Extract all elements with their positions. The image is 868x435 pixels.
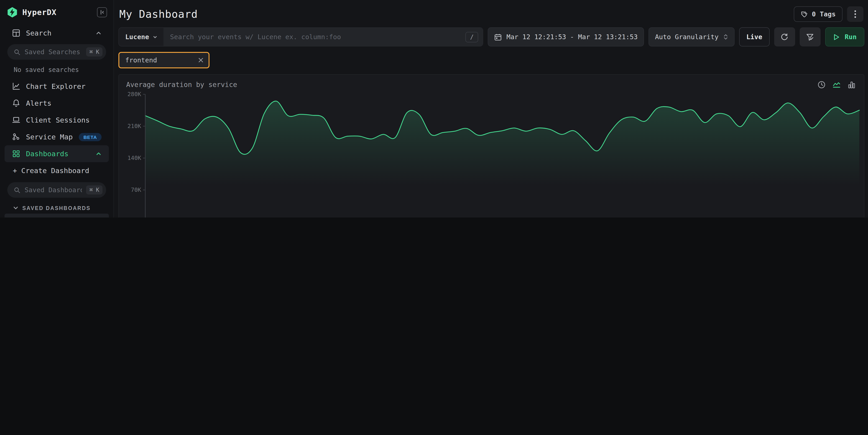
logo-text: HyperDX xyxy=(22,8,57,17)
chevron-up-icon xyxy=(96,30,101,36)
create-dashboard-button[interactable]: + Create Dashboard xyxy=(5,162,109,180)
sidebar-item-search[interactable]: Search xyxy=(5,25,109,41)
refresh-icon xyxy=(780,33,789,41)
line-chart[interactable]: 070K140K210K280KMar 12 12:21:00 PM12:29:… xyxy=(119,91,864,218)
hyperdx-logo[interactable]: HyperDX xyxy=(6,6,57,18)
svg-text:280K: 280K xyxy=(127,91,141,97)
filter-chip-label: frontend xyxy=(125,57,157,64)
line-chart-icon[interactable] xyxy=(833,81,841,89)
sidebar-collapse-icon[interactable] xyxy=(97,7,107,17)
query-language-label: Lucene xyxy=(125,33,149,40)
search-icon xyxy=(14,187,21,193)
svg-text:140K: 140K xyxy=(127,155,141,161)
sidebar-item-label: Service Map xyxy=(26,133,73,141)
command-k-hint: ⌘ K xyxy=(86,48,102,57)
filter-chip-frontend[interactable]: frontend xyxy=(118,52,210,68)
chevron-up-icon xyxy=(96,151,101,157)
app-root: HyperDX Search Saved Searches ⌘ K No sav… xyxy=(0,0,868,218)
play-icon xyxy=(833,33,840,40)
saved-dashboards-input[interactable]: Saved Dashboards ⌘ K xyxy=(7,182,106,198)
panel-header: Average duration by service xyxy=(119,75,864,91)
refresh-button[interactable] xyxy=(774,27,795,46)
saved-dashboards-placeholder: Saved Dashboards xyxy=(25,186,82,194)
no-saved-searches-note: No saved searches xyxy=(5,62,109,78)
clock-icon[interactable] xyxy=(817,81,826,89)
close-icon[interactable] xyxy=(198,57,204,63)
search-icon xyxy=(14,49,21,55)
event-search-placeholder: Search your events w/ Lucene ex. column:… xyxy=(170,33,466,40)
section-saved-dashboards[interactable]: SAVED DASHBOARDS xyxy=(5,200,109,214)
granularity-value: Auto Granularity xyxy=(655,33,718,40)
sidebar-item-label: Alerts xyxy=(26,99,101,107)
calendar-icon xyxy=(494,33,502,41)
tags-button-label: 0 Tags xyxy=(812,10,836,18)
tags-button[interactable]: 0 Tags xyxy=(794,6,842,22)
page-title: My Dashboard xyxy=(119,8,198,20)
command-k-hint: ⌘ K xyxy=(86,185,102,194)
sidebar-item-client-sessions[interactable]: Client Sessions xyxy=(5,112,109,128)
sidebar-nav: Search Saved Searches ⌘ K No saved searc… xyxy=(0,23,114,218)
run-button-label: Run xyxy=(845,33,857,40)
active-filters-row: frontend xyxy=(118,52,864,68)
sidebar-item-chart-explorer[interactable]: Chart Explorer xyxy=(5,78,109,95)
chevron-down-icon xyxy=(13,205,19,211)
sidebar-item-alerts[interactable]: Alerts xyxy=(5,95,109,112)
logo-row: HyperDX xyxy=(0,0,114,23)
run-button[interactable]: Run xyxy=(825,27,864,46)
beta-badge: BETA xyxy=(79,133,101,141)
panel-title[interactable]: Average duration by service xyxy=(126,81,237,89)
search-section-icon xyxy=(12,29,21,37)
page-header: My Dashboard 0 Tags xyxy=(118,0,864,26)
date-range-value: Mar 12 12:21:53 - Mar 12 13:21:53 xyxy=(506,33,638,40)
select-chevrons-icon xyxy=(723,33,728,40)
laptop-icon xyxy=(12,116,21,124)
filter-funnel-icon xyxy=(806,33,814,41)
slash-shortcut-hint: / xyxy=(466,32,478,42)
live-button-label: Live xyxy=(746,33,762,40)
sidebar-item-label: Search xyxy=(26,29,90,37)
sidebar-item-dashboards[interactable]: Dashboards xyxy=(5,145,109,162)
hyperdx-logo-icon xyxy=(6,6,18,18)
service-map-icon xyxy=(12,132,21,141)
svg-text:70K: 70K xyxy=(131,187,141,193)
filter-bar: Lucene Search your events w/ Lucene ex. … xyxy=(118,27,864,46)
sidebar: HyperDX Search Saved Searches ⌘ K No sav… xyxy=(0,0,114,218)
saved-searches-input[interactable]: Saved Searches ⌘ K xyxy=(7,44,106,60)
bar-chart-icon[interactable] xyxy=(847,81,856,89)
event-search-input[interactable]: Search your events w/ Lucene ex. column:… xyxy=(164,28,483,46)
chart-panel-avg-duration: Average duration by service 070K140K210K… xyxy=(118,74,864,218)
query-bar: Lucene Search your events w/ Lucene ex. … xyxy=(118,27,483,46)
sidebar-item-label: Chart Explorer xyxy=(26,82,101,90)
sidebar-item-my-dashboard[interactable]: My Dashboard xyxy=(5,214,109,218)
section-label: SAVED DASHBOARDS xyxy=(22,205,91,211)
date-range-picker[interactable]: Mar 12 12:21:53 - Mar 12 13:21:53 xyxy=(488,27,644,46)
tag-icon xyxy=(800,10,808,18)
kebab-menu-button[interactable] xyxy=(847,6,863,22)
live-button[interactable]: Live xyxy=(739,27,770,46)
main-content: My Dashboard 0 Tags Lucene Search your e… xyxy=(114,0,868,218)
filter-button[interactable] xyxy=(800,27,820,46)
bell-icon xyxy=(12,99,21,107)
chevron-down-icon xyxy=(152,34,158,40)
svg-text:210K: 210K xyxy=(127,123,141,129)
sidebar-item-label: Dashboards xyxy=(26,150,90,158)
granularity-select[interactable]: Auto Granularity xyxy=(649,27,734,46)
sidebar-item-label: Client Sessions xyxy=(26,116,101,124)
panel-toolbar xyxy=(817,81,857,89)
saved-searches-placeholder: Saved Searches xyxy=(25,48,82,56)
kebab-menu-icon xyxy=(854,10,856,18)
header-actions: 0 Tags xyxy=(794,6,863,22)
sidebar-item-service-map[interactable]: Service Map BETA xyxy=(5,128,109,145)
dashboards-grid-icon xyxy=(12,149,21,158)
query-language-select[interactable]: Lucene xyxy=(119,28,164,46)
chart-explorer-icon xyxy=(12,82,21,91)
